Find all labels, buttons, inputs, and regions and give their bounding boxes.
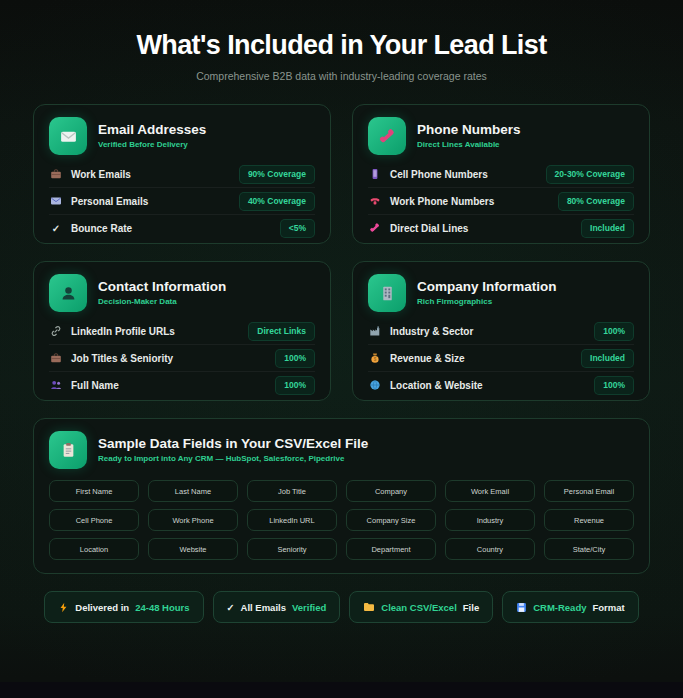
card-contact-information: Contact Information Decision-Maker Data …: [33, 261, 331, 401]
coverage-badge: 100%: [275, 376, 315, 395]
card-email-addresses: Email Addresses Verified Before Delivery…: [33, 104, 331, 244]
feature-row: Personal Emails 40% Coverage: [49, 187, 315, 214]
feature-row: Cell Phone Numbers 20-30% Coverage: [368, 161, 634, 187]
feature-label: Full Name: [71, 380, 275, 391]
trust-badge-row: Delivered in 24-48 Hours ✓ All Emails Ve…: [33, 591, 650, 623]
feature-row: Work Phone Numbers 80% Coverage: [368, 187, 634, 214]
svg-text:$: $: [374, 357, 377, 362]
field-chip: Cell Phone: [49, 509, 139, 531]
card-phone-numbers: Phone Numbers Direct Lines Available Cel…: [352, 104, 650, 244]
coverage-badge: 90% Coverage: [239, 165, 315, 184]
coverage-badge: 100%: [594, 376, 634, 395]
page-title: What's Included in Your Lead List: [33, 0, 650, 61]
card-title: Sample Data Fields in Your CSV/Excel Fil…: [98, 437, 368, 452]
feature-row: Work Emails 90% Coverage: [49, 161, 315, 187]
feature-label: Bounce Rate: [71, 223, 280, 234]
factory-icon: [368, 325, 382, 337]
field-chip: Country: [445, 538, 535, 560]
envelope-icon: [49, 117, 87, 155]
card-subtitle: Rich Firmographics: [417, 297, 557, 306]
feature-row: Full Name 100%: [49, 371, 315, 398]
building-icon: [368, 274, 406, 312]
field-chip: Work Email: [445, 480, 535, 502]
lightning-icon: [58, 602, 69, 613]
badge-text: Format: [592, 602, 624, 613]
field-chip: Revenue: [544, 509, 634, 531]
field-chip: Work Phone: [148, 509, 238, 531]
coverage-badge: Included: [581, 219, 634, 238]
field-chip: Company Size: [346, 509, 436, 531]
card-subtitle: Decision-Maker Data: [98, 297, 226, 306]
feature-label: Work Emails: [71, 169, 239, 180]
badge-highlight: CRM-Ready: [533, 602, 586, 613]
field-chip: LinkedIn URL: [247, 509, 337, 531]
badge-crm-ready: CRM-Ready Format: [502, 591, 639, 623]
badge-emails-verified: ✓ All Emails Verified: [213, 591, 341, 623]
page-background: What's Included in Your Lead List Compre…: [0, 0, 683, 698]
feature-label: Revenue & Size: [390, 353, 581, 364]
briefcase-icon: [49, 168, 63, 180]
field-chip: Company: [346, 480, 436, 502]
field-chip: State/City: [544, 538, 634, 560]
card-title: Email Addresses: [98, 123, 206, 138]
card-title: Company Information: [417, 280, 557, 295]
feature-card-grid: Email Addresses Verified Before Delivery…: [33, 104, 650, 401]
feature-row: Location & Website 100%: [368, 371, 634, 398]
badge-highlight: Clean CSV/Excel: [381, 602, 457, 613]
feature-label: LinkedIn Profile URLs: [71, 326, 248, 337]
feature-label: Personal Emails: [71, 196, 239, 207]
feature-label: Job Titles & Seniority: [71, 353, 275, 364]
page-subtitle: Comprehensive B2B data with industry-lea…: [33, 70, 650, 82]
field-chip: Industry: [445, 509, 535, 531]
dial-phone-icon: [368, 222, 382, 234]
field-chip: First Name: [49, 480, 139, 502]
badge-clean-file: Clean CSV/Excel File: [349, 591, 493, 623]
badge-text: File: [463, 602, 479, 613]
people-icon: [49, 379, 63, 391]
link-icon: [49, 325, 63, 337]
briefcase-icon: [49, 352, 63, 364]
card-subtitle: Verified Before Delivery: [98, 140, 206, 149]
feature-label: Cell Phone Numbers: [390, 169, 546, 180]
phone-receiver-icon: [368, 117, 406, 155]
check-icon: ✓: [227, 602, 235, 613]
field-chip: Website: [148, 538, 238, 560]
field-chip-grid: First Name Last Name Job Title Company W…: [49, 480, 634, 560]
feature-row: ✓ Bounce Rate <5%: [49, 214, 315, 241]
next-section-strip: [0, 682, 683, 698]
field-chip: Location: [49, 538, 139, 560]
badge-delivery-time: Delivered in 24-48 Hours: [44, 591, 203, 623]
feature-label: Direct Dial Lines: [390, 223, 581, 234]
card-title: Contact Information: [98, 280, 226, 295]
feature-label: Work Phone Numbers: [390, 196, 558, 207]
mobile-phone-icon: [368, 168, 382, 180]
card-subtitle: Ready to Import into Any CRM — HubSpot, …: [98, 454, 368, 463]
field-chip: Department: [346, 538, 436, 560]
coverage-badge: Direct Links: [248, 322, 315, 341]
coverage-badge: 20-30% Coverage: [546, 165, 634, 184]
field-chip: Job Title: [247, 480, 337, 502]
coverage-badge: Included: [581, 349, 634, 368]
coverage-badge: 40% Coverage: [239, 192, 315, 211]
badge-text: All Emails: [241, 602, 286, 613]
feature-row: Direct Dial Lines Included: [368, 214, 634, 241]
globe-icon: [368, 379, 382, 391]
field-chip: Seniority: [247, 538, 337, 560]
email-icon: [49, 195, 63, 207]
clipboard-icon: [49, 431, 87, 469]
floppy-icon: [516, 602, 527, 613]
feature-row: Job Titles & Seniority 100%: [49, 344, 315, 371]
card-title: Phone Numbers: [417, 123, 521, 138]
badge-text: Delivered in: [75, 602, 129, 613]
badge-highlight: Verified: [292, 602, 326, 613]
person-icon: [49, 274, 87, 312]
feature-row: LinkedIn Profile URLs Direct Links: [49, 318, 315, 344]
feature-row: Industry & Sector 100%: [368, 318, 634, 344]
coverage-badge: 80% Coverage: [558, 192, 634, 211]
field-chip: Personal Email: [544, 480, 634, 502]
card-subtitle: Direct Lines Available: [417, 140, 521, 149]
coverage-badge: 100%: [594, 322, 634, 341]
feature-label: Location & Website: [390, 380, 594, 391]
coverage-badge: <5%: [280, 219, 315, 238]
folder-icon: [363, 601, 375, 613]
